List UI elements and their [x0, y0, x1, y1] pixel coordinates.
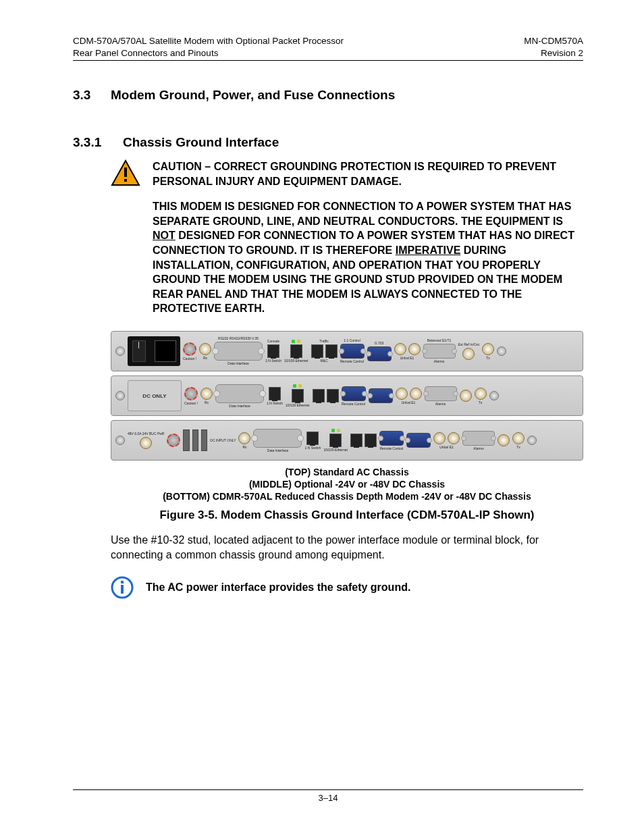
led-icon	[298, 384, 302, 388]
dc-terminal-block: DC INPUT ONLY	[183, 427, 236, 454]
data-interface-db25	[214, 342, 263, 361]
led-icon	[297, 340, 300, 343]
page-header: CDM-570A/570AL Satellite Modem with Opti…	[73, 35, 583, 61]
figure-caption-middle: (MIDDLE) Optional -24V or -48V DC Chassi…	[111, 478, 583, 490]
traffic-rj45	[313, 389, 325, 402]
ext-ref-bnc	[460, 390, 472, 402]
heading-number: 3.3	[73, 88, 111, 103]
label-remote: Remote Control	[340, 360, 364, 363]
ground-stud-highlight	[183, 342, 196, 356]
label-rx: Rx	[205, 401, 209, 405]
header-doc-number: MN-CDM570A	[524, 35, 583, 47]
label-ethernet: 10/100 Ethernet	[284, 359, 308, 363]
buc-pwr-connector	[140, 437, 152, 449]
led-icon	[293, 384, 296, 388]
remote-db9	[340, 344, 365, 359]
caution-icon	[111, 159, 140, 186]
led-icon	[292, 340, 295, 343]
chassis-screw	[527, 436, 537, 445]
ext-ref-bnc	[498, 434, 510, 446]
data-interface-db25	[253, 429, 302, 448]
unbal-bnc	[433, 432, 446, 444]
led-icon	[331, 429, 335, 432]
traffic-rj45	[350, 434, 363, 447]
heading-3-3: 3.3Modem Ground, Power, and Fuse Connect…	[73, 88, 583, 103]
header-doc-title: CDM-570A/570AL Satellite Modem with Opti…	[73, 35, 344, 47]
caution-text-not: NOT	[153, 230, 176, 241]
label-rx: Rx	[203, 357, 207, 360]
heading-number: 3.3.1	[73, 135, 123, 150]
unbal-bnc	[408, 343, 421, 355]
g703-db9	[406, 433, 431, 448]
g703-db9	[369, 388, 393, 403]
chassis-screw	[115, 436, 125, 445]
ground-stud-highlight	[184, 387, 198, 400]
note-text: The AC power interface provides the safe…	[146, 581, 410, 594]
heading-text: Modem Ground, Power, and Fuse Connection…	[111, 88, 395, 102]
ethernet-rj45	[292, 389, 304, 402]
svg-rect-5	[121, 585, 124, 594]
label-switch: 1:N Switch	[265, 359, 281, 363]
page-footer: 3–14	[73, 789, 583, 803]
note-block: The AC power interface provides the safe…	[111, 576, 583, 599]
dc-power-module: DC ONLY	[128, 380, 182, 411]
rx-bnc	[238, 432, 250, 444]
chassis-screw	[115, 391, 125, 400]
console-rj45	[269, 387, 281, 400]
balanced-db15	[425, 386, 457, 401]
balanced-db15	[462, 431, 495, 446]
dc-terminal	[183, 429, 189, 451]
label-dc-only: DC ONLY	[142, 393, 166, 399]
header-revision: Revision 2	[524, 47, 583, 59]
label-unbal: Unbal E1	[439, 446, 454, 449]
console-rj45	[267, 344, 279, 358]
label-alarms: Alarms	[434, 360, 445, 363]
chassis-screw	[115, 346, 125, 356]
rx-bnc	[199, 343, 211, 355]
mc-rj45	[325, 344, 338, 358]
info-icon	[111, 576, 134, 599]
label-caution: Caution !	[183, 357, 196, 361]
figure-caption-top: (TOP) Standard AC Chassis	[111, 466, 583, 478]
figure-caption-bottom: (BOTTOM) CDMR-570AL Reduced Chassis Dept…	[111, 490, 583, 502]
ext-ref-bnc	[462, 348, 475, 360]
unbal-bnc	[410, 388, 422, 400]
header-section-title: Rear Panel Connectors and Pinouts	[73, 47, 344, 59]
caution-paragraph-1: CAUTION – CORRECT GROUNDING PROTECTION I…	[153, 159, 583, 188]
label-unbal: Unbal E1	[402, 401, 416, 405]
balanced-db15	[423, 344, 456, 359]
caution-text-part: THIS MODEM IS DESIGNED FOR CONNECTION TO…	[153, 201, 571, 227]
data-interface-db25	[215, 384, 264, 403]
ethernet-rj45	[290, 344, 302, 358]
label-rx: Rx	[242, 446, 246, 449]
mc-rj45	[327, 389, 339, 402]
figure-title: Figure 3-5. Modem Chassis Ground Interfa…	[111, 509, 583, 522]
label-alarms: Alarms	[473, 447, 484, 450]
svg-rect-4	[121, 581, 124, 583]
label-mc: M&C	[320, 359, 327, 363]
label-ethernet: 10/100 Ethernet	[286, 404, 310, 407]
label-switch: 1:N Switch	[304, 446, 321, 450]
label-ext-ref: Ext Ref In/Out	[458, 343, 479, 346]
label-tx: Tx	[486, 357, 490, 360]
ac-power-inlet	[128, 336, 180, 366]
label-balanced: Balanced E1/T1	[427, 339, 452, 342]
tx-bnc	[475, 388, 487, 400]
label-remote: Remote Control	[342, 402, 365, 406]
label-unbal: Unbal E1	[400, 357, 414, 360]
label-ethernet: 10/100 Ethernet	[323, 448, 348, 452]
led-icon	[337, 429, 340, 432]
label-traffic: Traffic	[319, 340, 329, 343]
traffic-rj45	[311, 344, 323, 358]
label-control: 1:1 Control	[344, 339, 360, 342]
chassis-dc-bottom: 48V 6.0A 24V BUC PwR DC INPUT ONLY Rx Da…	[111, 420, 583, 461]
ethernet-rj45	[329, 434, 342, 447]
power-switch	[132, 340, 146, 362]
tx-bnc	[512, 432, 525, 444]
mc-rj45	[365, 434, 377, 447]
header-right: MN-CDM570A Revision 2	[524, 35, 583, 59]
chassis-screw	[489, 391, 499, 400]
label-tx: Tx	[479, 401, 483, 405]
label-data-interface: Data Interface	[227, 362, 248, 365]
unbal-bnc	[396, 388, 408, 400]
